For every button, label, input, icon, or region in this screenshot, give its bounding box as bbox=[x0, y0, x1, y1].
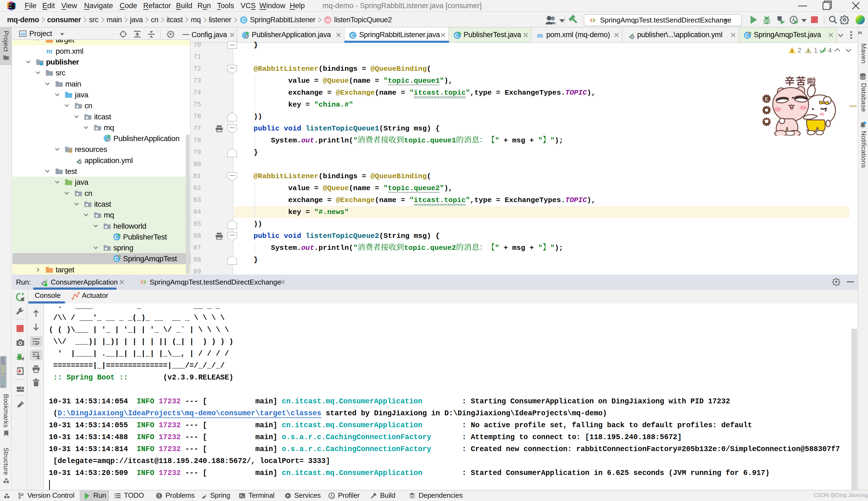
svg-text:4: 4 bbox=[828, 47, 832, 54]
svg-text:IJ: IJ bbox=[10, 3, 11, 6]
svg-text:1: 1 bbox=[814, 47, 817, 54]
svg-text:E: E bbox=[765, 96, 769, 102]
svg-text:m: m bbox=[325, 17, 330, 23]
svg-text:C: C bbox=[242, 17, 246, 23]
svg-text:2: 2 bbox=[798, 47, 801, 54]
